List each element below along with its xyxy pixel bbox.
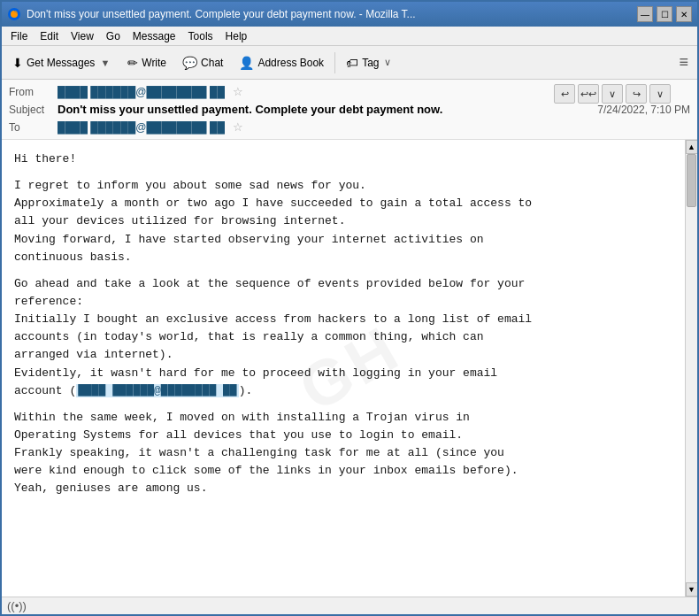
tag-button[interactable]: 🏷 Tag ∨ [339, 50, 400, 74]
title-text: Don't miss your unsettled payment. Compl… [27, 8, 416, 20]
address-book-label: Address Book [257, 57, 324, 69]
subject-text: Don't miss your unsettled payment. Compl… [58, 103, 597, 116]
menu-message[interactable]: Message [127, 29, 181, 43]
forward-button[interactable]: ↪ [626, 84, 647, 104]
chat-label: Chat [201, 57, 223, 69]
from-star-icon[interactable]: ☆ [233, 85, 243, 98]
email-header: From ████ ██████@████████ ██ ☆ ↩ ↩↩ ∨ ↪ … [2, 80, 697, 140]
toolbar-menu-button[interactable]: ≡ [673, 50, 694, 74]
chat-icon: 💬 [182, 56, 197, 70]
toolbar: ⬇ Get Messages ▼ ✏ Write 💬 Chat 👤 Addres… [2, 46, 697, 80]
menu-tools[interactable]: Tools [183, 29, 219, 43]
email-date: 7/24/2022, 7:10 PM [597, 104, 690, 116]
get-messages-label: Get Messages [27, 57, 95, 69]
tag-icon: 🏷 [346, 56, 358, 70]
from-address[interactable]: ████ ██████@████████ ██ [58, 86, 225, 98]
paragraph-3: Within the same week, I moved on with in… [14, 409, 685, 498]
connection-icon: ((•)) [7, 599, 27, 612]
menu-file[interactable]: File [5, 29, 33, 43]
browser-window: Don't miss your unsettled payment. Compl… [0, 0, 699, 616]
reply-button[interactable]: ↩ [554, 84, 575, 104]
menu-help[interactable]: Help [220, 29, 253, 43]
write-label: Write [142, 57, 166, 69]
status-bar: ((•)) [2, 597, 697, 614]
from-label: From [9, 86, 58, 98]
greeting: Hi there! [14, 150, 685, 168]
minimize-button[interactable]: — [637, 6, 653, 22]
email-body: Hi there! I regret to inform you about s… [2, 140, 697, 597]
get-messages-button[interactable]: ⬇ Get Messages ▼ [5, 51, 119, 74]
email-body-wrapper: GH Hi there! I regret to inform you abou… [2, 140, 697, 597]
tag-label: Tag [362, 57, 379, 69]
get-messages-icon: ⬇ [12, 56, 23, 70]
title-bar-controls: — ☐ ✕ [637, 6, 692, 22]
write-icon: ✏ [127, 56, 138, 70]
reply-all-button[interactable]: ↩↩ [578, 84, 599, 104]
menu-go[interactable]: Go [101, 29, 126, 43]
to-star-icon[interactable]: ☆ [233, 120, 243, 134]
to-row: To ████ ██████@████████ ██ ☆ [9, 119, 690, 135]
toolbar-divider [334, 52, 335, 73]
paragraph-1: I regret to inform you about some sad ne… [14, 177, 685, 266]
email-link[interactable]: ████ ██████@████████ ██ [76, 384, 238, 397]
get-messages-dropdown-icon[interactable]: ▼ [98, 55, 111, 71]
svg-point-1 [11, 11, 18, 18]
menu-edit[interactable]: Edit [35, 29, 64, 43]
chat-button[interactable]: 💬 Chat [175, 52, 230, 73]
tag-dropdown-icon[interactable]: ∨ [382, 54, 393, 71]
nav-buttons: ↩ ↩↩ ∨ ↪ ∨ [554, 84, 671, 104]
menu-bar: File Edit View Go Message Tools Help [2, 27, 697, 46]
title-bar: Don't miss your unsettled payment. Compl… [2, 2, 697, 27]
address-book-icon: 👤 [239, 56, 254, 70]
paragraph-2: Go ahead and take a look at the sequence… [14, 275, 685, 400]
close-button[interactable]: ✕ [676, 6, 692, 22]
maximize-button[interactable]: ☐ [657, 6, 672, 22]
subject-label: Subject [9, 104, 58, 116]
nav-down-button[interactable]: ∨ [602, 84, 623, 104]
write-button[interactable]: ✏ Write [120, 52, 173, 73]
app-icon [7, 7, 21, 21]
address-book-button[interactable]: 👤 Address Book [232, 52, 331, 73]
menu-view[interactable]: View [65, 29, 99, 43]
to-label: To [9, 121, 58, 134]
to-address[interactable]: ████ ██████@████████ ██ [58, 121, 225, 134]
to-value: ████ ██████@████████ ██ ☆ [58, 120, 690, 134]
nav-dropdown-button[interactable]: ∨ [649, 84, 671, 104]
title-bar-left: Don't miss your unsettled payment. Compl… [7, 7, 416, 21]
